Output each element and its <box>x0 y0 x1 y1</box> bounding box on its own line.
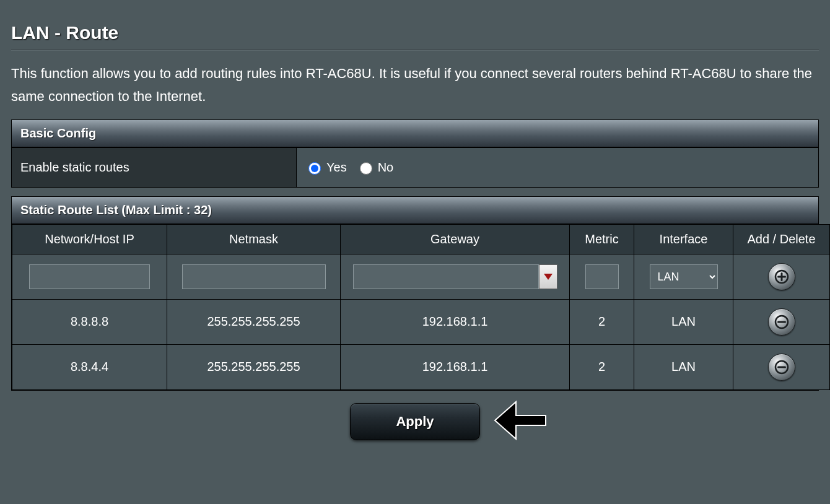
page-title: LAN - Route <box>11 22 819 43</box>
route-row: 8.8.4.4 255.255.255.255 192.168.1.1 2 LA… <box>12 344 830 389</box>
arrow-annotation <box>492 398 548 445</box>
enable-no-radio[interactable] <box>360 162 372 175</box>
input-netmask[interactable] <box>182 264 326 289</box>
enable-static-routes-label: Enable static routes <box>12 148 297 187</box>
enable-yes-radio[interactable] <box>308 162 321 175</box>
add-route-button[interactable] <box>768 263 795 290</box>
cell-interface: LAN <box>634 344 733 389</box>
apply-button[interactable]: Apply <box>350 403 480 440</box>
static-route-list-header: Static Route List (Max Limit : 32) <box>12 197 818 224</box>
svg-marker-8 <box>495 402 546 439</box>
input-ip[interactable] <box>29 264 150 289</box>
enable-no-label: No <box>378 160 394 175</box>
gateway-dropdown-button[interactable] <box>539 264 557 289</box>
basic-config-panel: Basic Config Enable static routes Yes No <box>11 119 819 188</box>
enable-static-routes-row: Enable static routes Yes No <box>12 147 818 187</box>
basic-config-header: Basic Config <box>12 120 818 147</box>
cell-ip: 8.8.4.4 <box>12 344 167 389</box>
cell-ip: 8.8.8.8 <box>12 299 167 344</box>
cell-netmask: 255.255.255.255 <box>167 299 341 344</box>
cell-interface: LAN <box>634 299 733 344</box>
divider <box>11 50 819 51</box>
chevron-down-icon <box>544 274 553 280</box>
col-netmask: Netmask <box>167 224 341 254</box>
col-metric: Metric <box>570 224 634 254</box>
static-route-list-panel: Static Route List (Max Limit : 32) Netwo… <box>11 196 819 391</box>
enable-yes-label: Yes <box>326 160 347 175</box>
delete-route-button[interactable] <box>768 308 795 336</box>
route-table-header-row: Network/Host IP Netmask Gateway Metric I… <box>12 224 830 254</box>
cell-netmask: 255.255.255.255 <box>167 344 341 389</box>
input-interface[interactable]: LAN <box>650 264 718 289</box>
minus-icon <box>774 360 789 375</box>
col-action: Add / Delete <box>733 224 830 254</box>
plus-icon <box>774 269 789 284</box>
minus-icon <box>774 315 789 329</box>
enable-no-option[interactable]: No <box>357 160 394 175</box>
col-gateway: Gateway <box>341 224 570 254</box>
page-description: This function allows you to add routing … <box>11 62 819 108</box>
delete-route-button[interactable] <box>768 354 795 381</box>
col-interface: Interface <box>634 224 733 254</box>
cell-metric: 2 <box>570 344 634 389</box>
route-row: 8.8.8.8 255.255.255.255 192.168.1.1 2 LA… <box>12 299 830 344</box>
enable-yes-option[interactable]: Yes <box>305 160 347 175</box>
col-ip: Network/Host IP <box>12 224 167 254</box>
input-metric[interactable] <box>585 264 619 289</box>
cell-gateway: 192.168.1.1 <box>341 299 570 344</box>
apply-row: Apply <box>11 403 819 440</box>
enable-static-routes-value: Yes No <box>297 148 818 187</box>
cell-gateway: 192.168.1.1 <box>341 344 570 389</box>
input-gateway[interactable] <box>353 264 539 289</box>
route-table: Network/Host IP Netmask Gateway Metric I… <box>12 224 830 390</box>
cell-metric: 2 <box>570 299 634 344</box>
svg-marker-0 <box>544 274 553 280</box>
arrow-left-icon <box>492 398 548 443</box>
route-input-row: LAN <box>12 254 830 299</box>
